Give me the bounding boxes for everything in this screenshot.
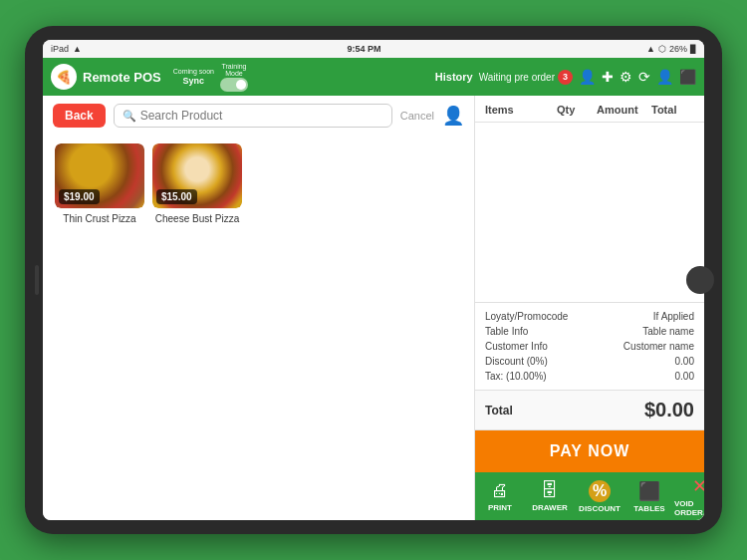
summary-row-2: Customer Info Customer name xyxy=(485,339,694,354)
ipad-shell: iPad ▲ 9:54 PM ▲ ⬡ 26% ▉ 🍕 Remote POS Co… xyxy=(25,26,722,534)
summary-value-4: 0.00 xyxy=(675,371,694,382)
drawer-label: DRAWER xyxy=(532,503,568,512)
user-icon[interactable]: 👤 xyxy=(656,69,673,85)
signal-icon: ▲ xyxy=(73,44,82,54)
product-name-1: Cheese Bust Pizza xyxy=(152,212,242,225)
app-title: Remote POS xyxy=(83,70,161,85)
product-card-1[interactable]: $15.00 Cheese Bust Pizza xyxy=(152,143,242,225)
total-row: Total $0.00 xyxy=(475,391,704,430)
bluetooth-icon: ⬡ xyxy=(658,44,666,54)
bottom-action-bar: 🖨 PRINT 🗄 DRAWER % DISCOUNT ⬛ TABLES xyxy=(475,472,704,520)
history-button[interactable]: History xyxy=(435,71,473,83)
order-items xyxy=(475,123,704,303)
summary-label-1: Table Info xyxy=(485,326,528,337)
status-right: ▲ ⬡ 26% ▉ xyxy=(646,44,696,54)
product-card-0[interactable]: $19.00 Thin Crust Pizza xyxy=(55,143,144,225)
waiting-pre-order: Waiting pre order 3 xyxy=(479,70,573,85)
left-panel: Back 🔍 Cancel 👤 $19.00 T xyxy=(43,96,475,520)
add-icon[interactable]: ✚ xyxy=(602,69,614,85)
tables-action[interactable]: ⬛ TABLES xyxy=(624,480,674,513)
discount-action[interactable]: % DISCOUNT xyxy=(575,480,624,513)
logo-icon: 🍕 xyxy=(56,70,72,85)
search-wrapper: 🔍 xyxy=(114,104,392,128)
discount-label: DISCOUNT xyxy=(579,504,621,513)
search-icon: 🔍 xyxy=(123,110,136,123)
wifi-icon: ▲ xyxy=(646,44,655,54)
summary-row-1: Table Info Table name xyxy=(485,324,694,339)
training-mode-label: Training Mode xyxy=(221,63,246,77)
coming-soon-container: Coming soon Sync xyxy=(173,68,214,86)
discount-icon: % xyxy=(589,480,611,502)
user-search-icon[interactable]: 👤 xyxy=(442,105,464,127)
product-image-0: $19.00 xyxy=(55,143,144,208)
summary-value-0: If Applied xyxy=(653,311,694,322)
cancel-button[interactable]: Cancel xyxy=(400,110,434,122)
product-price-0: $19.00 xyxy=(59,189,100,204)
void-icon: ✕ xyxy=(692,475,705,497)
pay-now-button[interactable]: PAY NOW xyxy=(475,430,704,472)
order-summary: Loyaty/Promocode If Applied Table Info T… xyxy=(475,303,704,391)
order-header-items: Items xyxy=(485,104,557,116)
battery-label: 26% xyxy=(669,44,687,54)
coming-soon-label: Coming soon xyxy=(173,68,214,75)
training-mode-toggle[interactable] xyxy=(220,78,248,92)
summary-value-1: Table name xyxy=(642,326,694,337)
summary-value-3: 0.00 xyxy=(675,356,694,367)
total-label: Total xyxy=(485,404,513,418)
summary-label-3: Discount (0%) xyxy=(485,356,548,367)
status-bar: iPad ▲ 9:54 PM ▲ ⬡ 26% ▉ xyxy=(43,40,704,58)
drawer-action[interactable]: 🗄 DRAWER xyxy=(525,480,575,512)
void-label: VOID ORDER xyxy=(674,499,704,517)
waiting-label: Waiting pre order xyxy=(479,72,555,83)
status-time: 9:54 PM xyxy=(347,44,380,54)
refresh-icon[interactable]: ⟳ xyxy=(638,69,650,85)
nav-icons: 👤 ✚ ⚙ ⟳ 👤 ⬛ xyxy=(579,69,696,85)
app-logo: 🍕 xyxy=(51,64,77,90)
training-mode-container: Training Mode xyxy=(220,63,248,92)
order-header-total: Total xyxy=(651,104,696,116)
back-button[interactable]: Back xyxy=(53,104,106,128)
summary-label-4: Tax: (10.00%) xyxy=(485,371,547,382)
tables-label: TABLES xyxy=(633,504,664,513)
summary-row-3: Discount (0%) 0.00 xyxy=(485,354,694,369)
order-header-amount: Amount xyxy=(597,104,651,116)
right-panel: Items Qty Amount Total Loyaty/Promocode … xyxy=(475,96,704,520)
print-label: PRINT xyxy=(488,503,512,512)
screen: iPad ▲ 9:54 PM ▲ ⬡ 26% ▉ 🍕 Remote POS Co… xyxy=(43,40,704,520)
search-bar-container: Back 🔍 Cancel 👤 xyxy=(43,96,474,136)
product-name-0: Thin Crust Pizza xyxy=(55,212,144,225)
avatar-icon[interactable]: 👤 xyxy=(579,69,596,85)
summary-label-2: Customer Info xyxy=(485,341,548,352)
tables-icon: ⬛ xyxy=(638,480,660,502)
print-action[interactable]: 🖨 PRINT xyxy=(475,480,525,512)
summary-label-0: Loyaty/Promocode xyxy=(485,311,568,322)
order-header: Items Qty Amount Total xyxy=(475,96,704,123)
summary-value-2: Customer name xyxy=(623,341,694,352)
nav-bar: 🍕 Remote POS Coming soon Sync Training M… xyxy=(43,58,704,96)
sync-label: Sync xyxy=(183,76,205,86)
summary-row-0: Loyaty/Promocode If Applied xyxy=(485,309,694,324)
print-icon: 🖨 xyxy=(491,480,509,501)
products-grid: $19.00 Thin Crust Pizza $15.00 Cheese Bu… xyxy=(43,136,474,233)
status-left: iPad ▲ xyxy=(51,44,82,54)
void-order-action[interactable]: ✕ VOID ORDER xyxy=(674,475,704,517)
product-image-1: $15.00 xyxy=(152,143,242,208)
total-amount: $0.00 xyxy=(644,399,694,421)
main-content: Back 🔍 Cancel 👤 $19.00 T xyxy=(43,96,704,520)
waiting-count: 3 xyxy=(558,70,573,85)
drawer-icon: 🗄 xyxy=(541,480,559,501)
calculator-icon[interactable]: ⬛ xyxy=(679,69,696,85)
product-price-1: $15.00 xyxy=(156,189,197,204)
gear-icon[interactable]: ⚙ xyxy=(620,69,632,85)
search-input[interactable] xyxy=(140,109,383,123)
ipad-label: iPad xyxy=(51,44,69,54)
summary-row-4: Tax: (10.00%) 0.00 xyxy=(485,369,694,384)
battery-icon: ▉ xyxy=(690,45,696,54)
order-header-qty: Qty xyxy=(557,104,597,116)
